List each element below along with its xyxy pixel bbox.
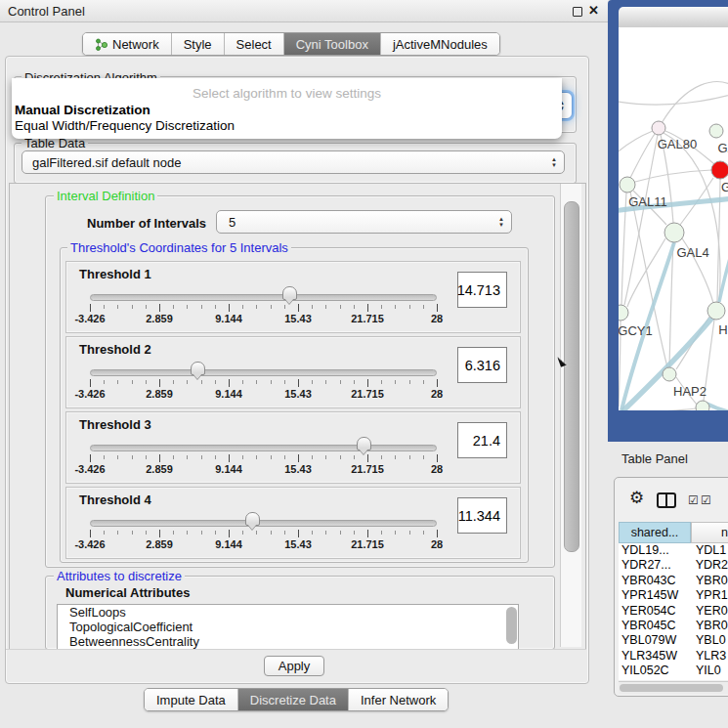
cell-shared-name: YLR345W — [619, 649, 691, 664]
slider-major-tick — [367, 530, 368, 537]
slider-major-tick — [298, 454, 299, 462]
table-row[interactable]: YLR345WYLR3 — [619, 649, 728, 664]
float-window-icon[interactable] — [573, 7, 582, 17]
tab-cyni-toolbox[interactable]: Cyni Toolbox — [284, 33, 381, 55]
tab-network[interactable]: Network — [83, 33, 172, 55]
slider-tick-label: 21.715 — [351, 388, 384, 400]
gear-icon[interactable]: ⚙ — [629, 490, 644, 506]
cell-shared-name: YBR043C — [619, 574, 691, 588]
slider-major-tick — [229, 304, 230, 312]
node-label: GAL4 — [676, 245, 708, 260]
table-row[interactable]: YBR043CYBR0 — [619, 574, 728, 588]
table-row[interactable]: YPR145WYPR1 — [619, 588, 728, 603]
scrollbar-thumb[interactable] — [564, 201, 579, 552]
network-node-g[interactable] — [711, 161, 728, 179]
network-node-hap2[interactable] — [663, 367, 676, 381]
table-row[interactable]: YER054CYER0 — [619, 604, 728, 619]
numerical-attributes-list[interactable]: SelfLoopsTopologicalCoefficientBetweenne… — [57, 604, 519, 650]
threshold-value-field[interactable]: 21.4 — [457, 422, 507, 458]
cell-name: YER0 — [691, 604, 728, 619]
threshold-label: Threshold 1 — [79, 267, 151, 281]
slider-tick-label: 2.859 — [146, 313, 173, 324]
threshold-value-field[interactable]: 14.713 — [457, 272, 507, 308]
slider-thumb[interactable] — [357, 437, 371, 450]
slider-track[interactable] — [90, 445, 437, 451]
network-node-ga[interactable] — [709, 124, 723, 138]
network-canvas[interactable]: GAL80GAGGAL11GAL4GCY1HHAP2 — [619, 27, 728, 410]
slider-tick-label: 28 — [431, 463, 443, 475]
tab-label: Impute Data — [156, 693, 226, 707]
threshold-panel-3: Threshold 3-3.4262.8599.14415.4321.71528… — [65, 411, 521, 484]
slider-tick-label: 9.144 — [215, 538, 242, 550]
network-window-titlebar[interactable] — [619, 7, 728, 28]
tab-jactivemnodules[interactable]: jActiveMNodules — [381, 33, 499, 55]
network-node-gal11[interactable] — [620, 177, 635, 193]
checkbox-icon[interactable]: ☑ — [701, 494, 711, 506]
slider-tick-label: 2.859 — [146, 463, 173, 475]
table-row[interactable]: YDR27...YDR2 — [619, 558, 728, 573]
tab-discretize-data[interactable]: Discretize Data — [238, 689, 349, 710]
network-node-h[interactable] — [707, 302, 725, 320]
tab-impute-data[interactable]: Impute Data — [145, 689, 238, 710]
slider-thumb[interactable] — [245, 512, 260, 526]
table-data-combobox[interactable]: galFiltered.sif default node ▲▼ — [21, 150, 565, 174]
slider-minor-ticks — [90, 305, 438, 309]
network-node[interactable] — [696, 401, 709, 410]
tab-label: jActiveMNodules — [393, 37, 488, 52]
cell-shared-name: YPR145W — [619, 588, 691, 603]
column-header-shared-name[interactable]: shared... — [619, 522, 691, 543]
table-hscrollbar-thumb[interactable] — [620, 684, 723, 692]
slider-major-tick — [298, 379, 299, 387]
checkbox-icon[interactable]: ☑ — [688, 494, 699, 506]
screenshot-stage: Control Panel ✕ NetworkStyleSelectCyni T… — [0, 0, 728, 728]
slider-tick-label: 15.43 — [284, 463, 312, 475]
slider-thumb[interactable] — [282, 286, 297, 300]
slider-major-tick — [229, 454, 230, 462]
slider-track[interactable] — [90, 520, 437, 527]
network-node-gal80[interactable] — [652, 121, 665, 135]
network-node-gal4[interactable] — [664, 223, 684, 242]
column-header-name[interactable]: na — [691, 522, 728, 543]
table-hscrollbar-track[interactable] — [619, 681, 728, 694]
slider-tick-label: 15.43 — [284, 313, 312, 324]
list-scrollbar[interactable] — [506, 607, 517, 644]
algorithm-option-manual-discretization[interactable]: Manual Discretization — [15, 103, 150, 117]
slider-tick-label: 15.43 — [284, 388, 312, 400]
node-label: H — [718, 322, 727, 337]
node-label: GAL11 — [628, 194, 667, 209]
slider-tick-label: -3.426 — [74, 313, 105, 324]
number-of-intervals-spinner[interactable]: 5 ▲▼ — [216, 210, 512, 234]
slider-thumb[interactable] — [191, 362, 205, 375]
split-columns-icon[interactable] — [657, 492, 676, 508]
tab-style[interactable]: Style — [172, 33, 225, 55]
table-row[interactable]: YBL079WYBL0 — [619, 633, 728, 648]
tab-label: Select — [236, 37, 272, 52]
threshold-value-field[interactable]: 6.316 — [457, 347, 507, 383]
apply-button[interactable]: Apply — [264, 656, 324, 676]
slider-track[interactable] — [90, 294, 437, 301]
attribute-item-topologicalcoefficient[interactable]: TopologicalCoefficient — [58, 620, 518, 634]
slider-major-tick — [437, 454, 438, 462]
attribute-item-selfloops[interactable]: SelfLoops — [58, 605, 518, 620]
attribute-item-betweennesscentrality[interactable]: BetweennessCentrality — [58, 634, 518, 649]
network-node-gcy1[interactable] — [619, 305, 628, 321]
close-icon[interactable]: ✕ — [588, 3, 599, 18]
threshold-value-field[interactable]: 11.344 — [457, 497, 507, 534]
tab-label: Cyni Toolbox — [296, 37, 368, 52]
tab-infer-network[interactable]: Infer Network — [349, 689, 448, 710]
slider-major-tick — [159, 530, 160, 537]
slider-track[interactable] — [90, 369, 437, 376]
slider-major-tick — [90, 454, 91, 462]
cell-name: YLR3 — [691, 649, 726, 664]
table-row[interactable]: YIL052CYIL0 — [619, 664, 728, 678]
algorithm-option-equal-width-frequency-discretization[interactable]: Equal Width/Frequency Discretization — [15, 118, 235, 133]
tab-select[interactable]: Select — [225, 33, 284, 55]
control-panel-titlebar: Control Panel ✕ — [0, 0, 608, 22]
table-row[interactable]: YBR045CYBR0 — [619, 619, 728, 633]
slider-major-tick — [367, 304, 368, 312]
table-row[interactable]: YDL19...YDL1 — [619, 543, 728, 558]
node-label: GA — [718, 141, 728, 155]
cell-shared-name: YDR27... — [619, 558, 691, 573]
slider-tick-label: 21.715 — [351, 313, 384, 324]
dropdown-hint: Select algorithm to view settings — [12, 86, 562, 101]
